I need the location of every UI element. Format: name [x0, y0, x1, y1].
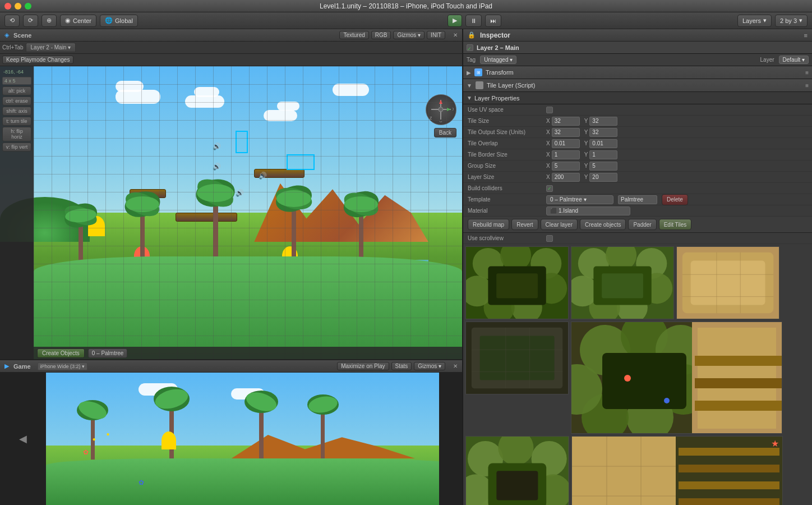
pause-button[interactable]: ⏸ — [465, 15, 482, 27]
template-dropdown[interactable]: 0 – Palmtree ▾ — [546, 195, 613, 204]
svg-point-11 — [197, 184, 234, 202]
ctrl-erase-tool[interactable]: ctrl: erase — [2, 97, 31, 105]
window-title: Level1.1.unity – 20110818 – iPhone, iPod… — [320, 2, 492, 10]
flip-horiz-tool[interactable]: h: flip horiz — [2, 127, 31, 141]
gizmos-dropdown[interactable]: Gizmos ▾ — [393, 31, 425, 39]
turn-tile-tool[interactable]: t: turn tile — [2, 117, 31, 126]
cloud-7 — [333, 84, 369, 96]
play-button[interactable]: ▶ — [447, 15, 462, 27]
game-gizmos-btn[interactable]: Gizmos ▾ — [414, 362, 445, 370]
use-scrollview-checkbox[interactable] — [546, 235, 553, 242]
transform-header[interactable]: ▶ ⊞ Transform ≡ — [463, 66, 812, 79]
revert-btn[interactable]: Revert — [511, 219, 538, 230]
tile-size-value: X 32 Y 32 — [546, 117, 808, 126]
layout-dropdown[interactable]: 2 by 3 ▾ — [775, 15, 808, 27]
layer-size-x-input[interactable]: 200 — [552, 173, 580, 182]
bush-tiles — [34, 256, 462, 359]
template-delete-btn[interactable]: Delete — [662, 194, 688, 205]
object-active-checkbox[interactable] — [467, 44, 473, 51]
gizmo-widget[interactable]: Y X Z — [426, 94, 456, 125]
resolution-dropdown[interactable]: iPhone Wide (3:2) ▾ — [38, 362, 88, 370]
svg-rect-87 — [695, 401, 782, 411]
build-colliders-checkbox[interactable] — [546, 185, 553, 192]
svg-rect-85 — [695, 356, 782, 366]
template-value-input[interactable]: Palmtree — [618, 195, 657, 204]
maximize-button[interactable] — [25, 3, 31, 10]
step-button[interactable]: ⏭ — [485, 15, 501, 27]
material-dropdown[interactable]: ⬛ 1.Island — [546, 206, 630, 215]
tile-7[interactable]: ✿ ✿ ★ — [571, 436, 783, 505]
maximize-play-btn[interactable]: Maximize on Play — [337, 362, 389, 370]
center-toggle[interactable]: ◉ Center — [60, 15, 96, 27]
palmtree-dropdown[interactable]: 0 – Palmtree — [88, 348, 128, 358]
rebuild-map-btn[interactable]: Rebuild map — [468, 219, 509, 230]
tile-4[interactable] — [465, 322, 569, 394]
init-btn[interactable]: INIT — [427, 31, 445, 39]
layer-properties-header[interactable]: ▼ Layer Properties — [463, 92, 812, 104]
tile-1[interactable] — [465, 246, 569, 319]
global-toggle[interactable]: 🌐 Global — [100, 15, 138, 27]
edit-tiles-btn[interactable]: Edit Tiles — [659, 219, 692, 230]
tile-overlap-x-input[interactable]: 0.01 — [552, 139, 580, 148]
group-size-label: Group Size — [468, 163, 546, 169]
group-size-x-input[interactable]: 5 — [552, 162, 580, 171]
center-icon: ◉ — [65, 17, 71, 24]
back-button[interactable]: Back — [434, 128, 456, 137]
create-objects-inspector-btn[interactable]: Create objects — [580, 219, 626, 230]
alt-pick-tool[interactable]: alt: pick — [2, 86, 31, 95]
tile-border-x-input[interactable]: 1 — [552, 150, 580, 159]
use-uv-checkbox[interactable] — [546, 107, 553, 113]
layer-size-y-input[interactable]: 20 — [589, 173, 617, 182]
create-objects-btn[interactable]: Create Objects — [37, 348, 85, 358]
tile-output-x-input[interactable]: 32 — [552, 128, 580, 137]
inspector-menu-btn[interactable]: ≡ — [804, 32, 808, 39]
tile-output-y-input[interactable]: 32 — [589, 128, 617, 137]
rgb-btn[interactable]: RGB — [371, 31, 391, 39]
tile-size-y-input[interactable]: 32 — [589, 117, 617, 126]
tool-refresh-btn[interactable]: ⟳ — [23, 15, 38, 27]
padder-btn[interactable]: Padder — [628, 219, 656, 230]
grid-size-tool: 4 x 5 — [2, 77, 31, 85]
tilelayer-menu-btn[interactable]: ≡ — [805, 82, 809, 89]
chevron-down-icon-2: ▾ — [799, 17, 802, 24]
flip-vert-tool[interactable]: v: flip vert — [2, 143, 31, 152]
tile-2[interactable] — [571, 246, 674, 319]
game-canvas[interactable]: ◀ ● ● ✿ ✿ — [0, 373, 462, 505]
collectible-2: ● — [107, 431, 110, 437]
material-icon: ⬛ — [550, 208, 557, 214]
stats-btn[interactable]: Stats — [391, 362, 412, 370]
tile-3[interactable] — [676, 246, 779, 319]
tile-size-x-field: X 32 — [546, 117, 580, 126]
tile-6[interactable]: ✿ — [465, 436, 569, 505]
layer-value[interactable]: Default ▾ — [779, 56, 809, 64]
tile-overlap-y-input[interactable]: 0.01 — [589, 139, 617, 148]
tile-5[interactable] — [571, 322, 782, 434]
close-game-btn[interactable]: ✕ — [453, 363, 458, 369]
close-scene-btn[interactable]: ✕ — [453, 32, 458, 38]
game-title: Game — [13, 363, 31, 370]
minimize-button[interactable] — [15, 3, 21, 10]
textured-btn[interactable]: Textured — [339, 31, 368, 39]
transform-menu-btn[interactable]: ≡ — [805, 70, 809, 76]
keep-playmode-btn[interactable]: Keep Playmode Changes — [2, 56, 73, 64]
tile-border-y-input[interactable]: 1 — [589, 150, 617, 159]
resolution-arrow: ▾ — [82, 364, 85, 369]
layers-dropdown[interactable]: Layers ▾ — [737, 15, 772, 27]
layer-tab[interactable]: Layer 2 - Main ▾ — [26, 43, 76, 52]
tag-value[interactable]: Untagged ▾ — [480, 56, 516, 64]
tool-rotate-btn[interactable]: ⟲ — [4, 15, 20, 27]
tile-palette: ✿ — [463, 244, 812, 505]
rotate-icon: ⟲ — [10, 17, 15, 24]
close-button[interactable] — [4, 3, 11, 10]
add-icon: ⊕ — [47, 17, 52, 24]
svg-point-89 — [664, 398, 670, 403]
svg-rect-62 — [691, 261, 765, 305]
scene-canvas[interactable]: -816, -64 4 x 5 alt: pick ctrl: erase sh… — [0, 66, 462, 359]
tile-size-x-input[interactable]: 32 — [552, 117, 580, 126]
tilelayer-header[interactable]: ▼ Tile Layer (Script) ≡ — [463, 79, 812, 91]
group-size-y-input[interactable]: 5 — [589, 162, 617, 171]
tool-add-btn[interactable]: ⊕ — [41, 15, 57, 27]
globe-icon: 🌐 — [105, 17, 113, 24]
clear-layer-btn[interactable]: Clear layer — [541, 219, 578, 230]
shift-axis-tool[interactable]: shift: axis — [2, 107, 31, 116]
